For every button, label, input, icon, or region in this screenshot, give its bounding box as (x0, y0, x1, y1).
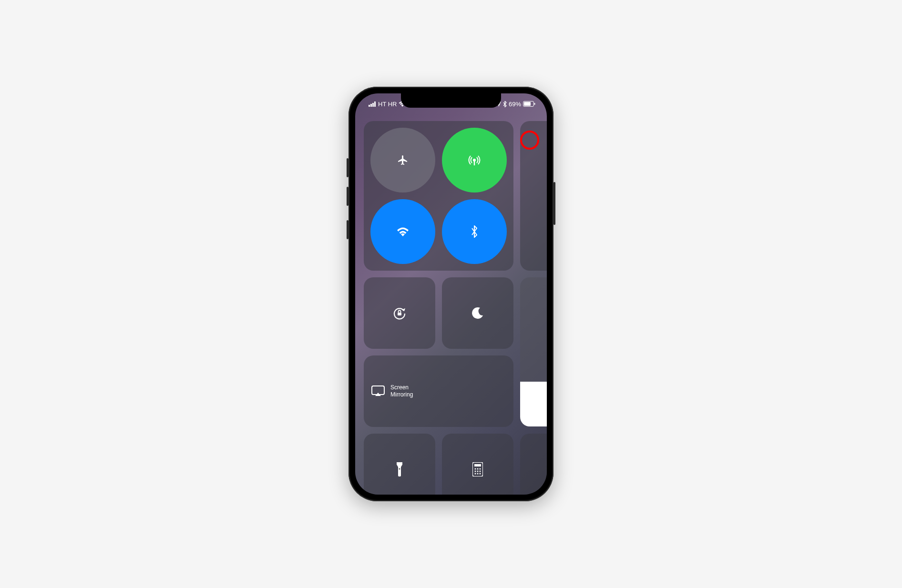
wifi-toggle[interactable] (370, 199, 435, 264)
flashlight[interactable] (364, 434, 435, 495)
screen-mirror-icon (371, 385, 386, 397)
phone-1: HT HR 69% (348, 87, 554, 501)
battery-percent: 69% (509, 101, 521, 108)
svg-point-27 (475, 468, 476, 469)
svg-point-33 (475, 473, 476, 474)
phones-row: HT HR 69% (348, 87, 554, 501)
bluetooth-icon (503, 101, 507, 107)
cellular-toggle[interactable] (442, 128, 507, 193)
svg-rect-0 (369, 105, 370, 107)
screen-mirror-label: Screen Mirroring (390, 384, 413, 398)
svg-point-34 (477, 473, 479, 474)
notch (401, 93, 501, 108)
bluetooth-toggle[interactable] (442, 199, 507, 264)
connectivity-grid (364, 121, 513, 271)
brightness-slider[interactable] (520, 277, 547, 426)
status-left: HT HR (369, 101, 406, 108)
camera[interactable] (520, 434, 547, 495)
control-center: Thunder East 17 (355, 93, 547, 495)
media-tile[interactable]: Thunder East 17 (520, 121, 547, 271)
svg-point-32 (480, 470, 481, 472)
cellular-signal-icon (369, 101, 376, 107)
svg-rect-26 (474, 464, 481, 466)
svg-point-24 (399, 468, 400, 469)
flashlight-icon (396, 462, 403, 476)
svg-point-30 (475, 470, 476, 472)
svg-rect-6 (524, 102, 531, 106)
svg-point-31 (477, 470, 479, 472)
svg-rect-3 (374, 101, 376, 107)
svg-rect-13 (398, 313, 401, 315)
brightness-fill (520, 382, 547, 426)
screen-1: HT HR 69% (355, 93, 547, 495)
calculator-icon (472, 462, 483, 476)
svg-rect-7 (534, 103, 535, 105)
connectivity-tile[interactable] (364, 121, 513, 271)
calculator[interactable] (442, 434, 513, 495)
svg-rect-2 (372, 103, 374, 107)
svg-point-35 (480, 473, 481, 474)
svg-rect-1 (370, 104, 372, 107)
svg-point-28 (477, 468, 479, 469)
orientation-lock[interactable] (364, 277, 435, 349)
battery-icon (523, 101, 535, 107)
do-not-disturb[interactable] (442, 277, 513, 349)
carrier-label: HT HR (378, 101, 397, 108)
svg-point-29 (480, 468, 481, 469)
moon-icon (472, 307, 484, 319)
lock-rotation-icon (392, 306, 407, 320)
screen-mirroring[interactable]: Screen Mirroring (364, 355, 513, 427)
airplane-toggle[interactable] (370, 128, 435, 193)
